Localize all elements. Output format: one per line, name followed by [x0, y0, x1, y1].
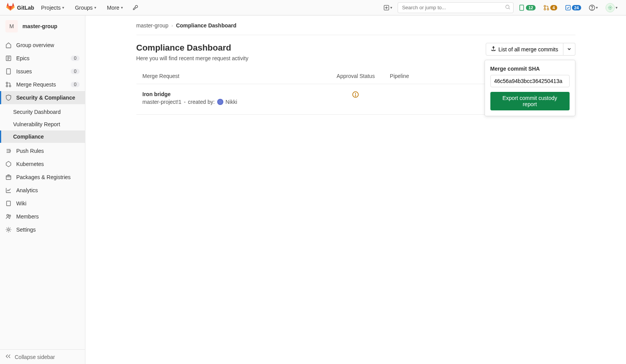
- export-dropdown-panel: Merge commit SHA Export commit custody r…: [485, 60, 575, 116]
- mr-project-ref[interactable]: master-project!1: [143, 99, 182, 105]
- breadcrumb-current: Compliance Dashboard: [176, 22, 236, 29]
- page-header: Compliance Dashboard Here you will find …: [136, 43, 575, 61]
- sidebar-item-packages[interactable]: Packages & Registries: [0, 171, 85, 184]
- user-menu[interactable]: ▾: [603, 3, 620, 12]
- col-header-mr: Merge Request: [143, 73, 322, 79]
- breadcrumb: master-group › Compliance Dashboard: [136, 22, 575, 35]
- global-search: [398, 2, 514, 13]
- sidebar-nav-list-2: Push Rules Kubernetes Packages & Registr…: [0, 143, 85, 238]
- svg-point-12: [610, 5, 611, 6]
- sha-input-label: Merge commit SHA: [490, 66, 570, 72]
- chevron-down-icon: ▾: [390, 5, 392, 10]
- svg-point-3: [544, 5, 546, 7]
- sidebar-subitem-compliance[interactable]: Compliance: [0, 130, 85, 143]
- svg-point-16: [609, 8, 609, 9]
- svg-point-15: [611, 6, 612, 7]
- sidebar-item-label: Kubernetes: [16, 161, 44, 167]
- sidebar-item-settings[interactable]: Settings: [0, 223, 85, 236]
- sidebar-item-kubernetes[interactable]: Kubernetes: [0, 157, 85, 171]
- sidebar-item-label: Packages & Registries: [16, 174, 71, 180]
- sidebar: M master-group Group overview Epics 0 Is…: [0, 15, 85, 364]
- svg-point-23: [10, 151, 11, 152]
- chevron-down-icon: ▾: [121, 5, 123, 10]
- export-commits-button[interactable]: List of all merge commits: [486, 43, 563, 56]
- sidebar-item-label: Security & Compliance: [16, 95, 75, 101]
- sidebar-item-label: Members: [16, 213, 39, 220]
- merge-request-icon: [5, 81, 12, 88]
- kubernetes-icon: [5, 161, 12, 167]
- help-menu[interactable]: ▾: [587, 5, 600, 11]
- chevron-down-icon: [567, 46, 571, 52]
- sidebar-item-members[interactable]: Members: [0, 210, 85, 223]
- author-avatar-icon: [217, 99, 223, 105]
- page-title: Compliance Dashboard: [136, 43, 248, 53]
- gitlab-logo[interactable]: GitLab: [6, 3, 34, 12]
- sidebar-item-label: Epics: [16, 55, 29, 61]
- sidebar-item-push-rules[interactable]: Push Rules: [0, 144, 85, 157]
- wiki-icon: [5, 200, 12, 207]
- chevron-down-icon: ▾: [62, 5, 64, 10]
- search-input[interactable]: [398, 2, 514, 13]
- todos-shortcut[interactable]: 24: [563, 5, 583, 11]
- nav-groups[interactable]: Groups▾: [71, 0, 100, 15]
- issues-shortcut[interactable]: 12: [517, 5, 538, 11]
- export-dropdown-toggle[interactable]: [563, 43, 575, 56]
- brand-text: GitLab: [17, 5, 34, 11]
- sidebar-item-overview[interactable]: Group overview: [0, 39, 85, 52]
- sidebar-nav-list: Group overview Epics 0 Issues 0 Merge Re…: [0, 37, 85, 106]
- chevron-down-icon: ▾: [616, 5, 617, 10]
- sidebar-item-security-compliance[interactable]: Security & Compliance: [0, 91, 85, 104]
- sidebar-item-epics[interactable]: Epics 0: [0, 52, 85, 65]
- merge-requests-shortcut[interactable]: 4: [541, 5, 560, 11]
- collapse-sidebar-button[interactable]: Collapse sidebar: [0, 349, 85, 364]
- epic-icon: [5, 55, 12, 61]
- svg-point-4: [544, 8, 546, 10]
- export-report-button[interactable]: Export commit custody report: [490, 92, 570, 110]
- svg-rect-19: [7, 69, 10, 74]
- svg-point-22: [9, 85, 11, 87]
- upload-icon: [491, 46, 496, 52]
- svg-rect-26: [7, 201, 10, 206]
- mr-title[interactable]: Iron bridge: [143, 91, 322, 97]
- export-button-group: List of all merge commits: [486, 43, 575, 56]
- shield-icon: [5, 95, 12, 101]
- svg-point-13: [610, 9, 611, 10]
- nav-more[interactable]: More▾: [103, 0, 127, 15]
- nav-projects[interactable]: Projects▾: [37, 0, 68, 15]
- page-subtitle: Here you will find recent merge request …: [136, 55, 248, 61]
- svg-point-8: [592, 9, 592, 9]
- new-menu-button[interactable]: ▾: [381, 5, 395, 10]
- created-by-label: created by:: [188, 99, 214, 105]
- collapse-label: Collapse sidebar: [15, 354, 55, 360]
- sidebar-context-header[interactable]: M master-group: [0, 15, 85, 37]
- sidebar-item-label: Settings: [16, 227, 36, 233]
- sidebar-item-label: Wiki: [16, 200, 26, 207]
- gitlab-tanuki-icon: [6, 3, 15, 12]
- analytics-icon: [5, 187, 12, 193]
- approval-warning-icon: [322, 91, 390, 98]
- sidebar-item-analytics[interactable]: Analytics: [0, 184, 85, 197]
- sidebar-item-label: Analytics: [16, 187, 38, 193]
- home-icon: [5, 42, 12, 48]
- col-header-approval: Approval Status: [322, 73, 390, 79]
- top-navbar: GitLab Projects▾ Groups▾ More▾ ▾ 12 4 24…: [0, 0, 626, 15]
- sidebar-item-label: Push Rules: [16, 148, 44, 154]
- main-content: master-group › Compliance Dashboard Comp…: [85, 15, 626, 364]
- author-name[interactable]: Nikki: [226, 99, 237, 105]
- admin-wrench-icon[interactable]: [130, 0, 141, 15]
- sidebar-subitem-vulnerability-report[interactable]: Vulnerability Report: [0, 118, 85, 130]
- push-rules-icon: [5, 148, 12, 154]
- svg-point-17: [611, 8, 612, 9]
- svg-point-11: [611, 7, 612, 8]
- sidebar-item-issues[interactable]: Issues 0: [0, 65, 85, 78]
- sidebar-item-merge-requests[interactable]: Merge Requests 0: [0, 78, 85, 91]
- svg-point-5: [547, 8, 549, 10]
- todos-count-badge: 24: [572, 5, 581, 10]
- sha-input[interactable]: [490, 75, 570, 87]
- sidebar-item-label: Merge Requests: [16, 81, 56, 88]
- sidebar-item-wiki[interactable]: Wiki: [0, 197, 85, 210]
- sidebar-subitem-security-dashboard[interactable]: Security Dashboard: [0, 106, 85, 118]
- svg-point-31: [356, 96, 356, 97]
- svg-point-28: [9, 215, 11, 217]
- breadcrumb-root[interactable]: master-group: [136, 22, 168, 29]
